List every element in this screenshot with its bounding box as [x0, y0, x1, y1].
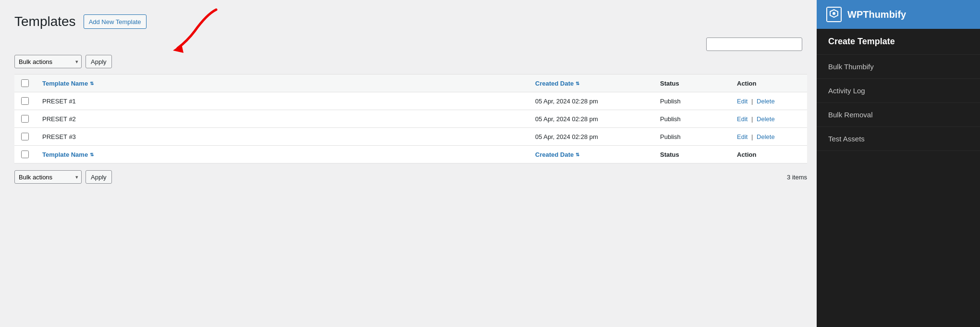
delete-link-0[interactable]: Delete	[757, 98, 775, 105]
select-all-footer-checkbox[interactable]	[21, 151, 29, 158]
apply-button-bottom[interactable]: Apply	[86, 170, 112, 184]
row-cb-cell	[14, 110, 36, 128]
row-action-cell: Edit | Delete	[730, 110, 807, 128]
row-action-cell: Edit | Delete	[730, 128, 807, 146]
row-status-cell: Publish	[653, 92, 730, 110]
th-status: Status	[653, 75, 730, 92]
row-status-cell: Publish	[653, 110, 730, 128]
table-footer-row: Template Name ⇅ Created Date ⇅ Status Ac…	[14, 146, 807, 164]
edit-link-2[interactable]: Edit	[737, 133, 747, 140]
bulk-actions-wrapper-bottom: Bulk actions	[14, 170, 82, 184]
apply-button-top[interactable]: Apply	[86, 55, 112, 68]
items-count: 3 items	[787, 174, 807, 181]
row-name-cell: PRESET #3	[36, 128, 528, 146]
row-checkbox-2[interactable]	[21, 133, 29, 140]
th-action: Action	[730, 75, 807, 92]
row-date-cell: 05 Apr, 2024 02:28 pm	[528, 128, 653, 146]
bulk-actions-select-top[interactable]: Bulk actions	[14, 55, 82, 68]
row-name: PRESET #1	[42, 98, 76, 105]
row-status-cell: Publish	[653, 128, 730, 146]
sort-arrows-date: ⇅	[576, 81, 579, 86]
top-toolbar: Bulk actions Apply	[14, 55, 807, 68]
tfoot-th-action: Action	[730, 146, 807, 164]
edit-link-1[interactable]: Edit	[737, 115, 747, 123]
delete-link-2[interactable]: Delete	[757, 133, 775, 140]
row-cb-cell	[14, 128, 36, 146]
row-checkbox-0[interactable]	[21, 97, 29, 105]
sidebar-item-test-assets[interactable]: Test Assets	[817, 127, 980, 151]
row-status: Publish	[660, 115, 681, 123]
row-date-cell: 05 Apr, 2024 02:28 pm	[528, 92, 653, 110]
row-date-cell: 05 Apr, 2024 02:28 pm	[528, 110, 653, 128]
table-row: PRESET #1 05 Apr, 2024 02:28 pm Publish …	[14, 92, 807, 110]
row-name: PRESET #3	[42, 133, 76, 140]
th-template-name-link[interactable]: Template Name ⇅	[42, 80, 94, 87]
table-row: PRESET #3 05 Apr, 2024 02:28 pm Publish …	[14, 128, 807, 146]
delete-link-1[interactable]: Delete	[757, 115, 775, 123]
row-name-cell: PRESET #2	[36, 110, 528, 128]
sidebar-item-create-template[interactable]: Create Template	[817, 29, 980, 55]
tfoot-th-status: Status	[653, 146, 730, 164]
th-checkbox	[14, 75, 36, 92]
action-sep-0: |	[751, 98, 753, 105]
sidebar-item-bulk-thumbify[interactable]: Bulk Thumbify	[817, 55, 980, 79]
row-name: PRESET #2	[42, 115, 76, 123]
row-date: 05 Apr, 2024 02:28 pm	[535, 115, 598, 123]
sidebar-item-bulk-removal[interactable]: Bulk Removal	[817, 103, 980, 127]
row-cb-cell	[14, 92, 36, 110]
tfoot-sort-arrows-name: ⇅	[90, 152, 94, 157]
tfoot-th-checkbox	[14, 146, 36, 164]
row-status: Publish	[660, 133, 681, 140]
search-input[interactable]	[706, 38, 802, 51]
svg-point-2	[833, 12, 835, 15]
sidebar-header: WPThumbify	[817, 0, 980, 29]
bulk-actions-select-bottom[interactable]: Bulk actions	[14, 170, 82, 184]
sidebar: WPThumbify Create TemplateBulk ThumbifyA…	[817, 0, 980, 327]
table-row: PRESET #2 05 Apr, 2024 02:28 pm Publish …	[14, 110, 807, 128]
sidebar-nav: Create TemplateBulk ThumbifyActivity Log…	[817, 29, 980, 327]
th-created-date-link[interactable]: Created Date ⇅	[535, 80, 579, 87]
bottom-toolbar: Bulk actions Apply 3 items	[14, 170, 807, 184]
row-checkbox-1[interactable]	[21, 115, 29, 123]
tfoot-th-template-name: Template Name ⇅	[36, 146, 528, 164]
row-date: 05 Apr, 2024 02:28 pm	[535, 133, 598, 140]
bulk-actions-wrapper-top: Bulk actions	[14, 55, 82, 68]
action-sep-2: |	[751, 133, 753, 140]
templates-table: Template Name ⇅ Created Date ⇅ Status Ac…	[14, 74, 807, 164]
tfoot-th-created-date-link[interactable]: Created Date ⇅	[535, 151, 579, 158]
row-name-cell: PRESET #1	[36, 92, 528, 110]
select-all-checkbox[interactable]	[21, 79, 29, 87]
search-area	[14, 38, 807, 51]
tfoot-th-template-name-link[interactable]: Template Name ⇅	[42, 151, 94, 158]
table-body: PRESET #1 05 Apr, 2024 02:28 pm Publish …	[14, 92, 807, 146]
sidebar-logo	[826, 7, 842, 22]
action-sep-1: |	[751, 115, 753, 123]
tfoot-sort-arrows-date: ⇅	[576, 152, 579, 157]
sort-arrows-name: ⇅	[90, 81, 94, 86]
row-action-cell: Edit | Delete	[730, 92, 807, 110]
add-new-template-button[interactable]: Add New Template	[84, 14, 147, 29]
edit-link-0[interactable]: Edit	[737, 98, 747, 105]
sidebar-item-activity-log[interactable]: Activity Log	[817, 79, 980, 103]
th-created-date: Created Date ⇅	[528, 75, 653, 92]
tfoot-th-created-date: Created Date ⇅	[528, 146, 653, 164]
row-status: Publish	[660, 98, 681, 105]
page-title: Templates	[14, 15, 76, 28]
th-template-name: Template Name ⇅	[36, 75, 528, 92]
row-date: 05 Apr, 2024 02:28 pm	[535, 98, 598, 105]
table-header-row: Template Name ⇅ Created Date ⇅ Status Ac…	[14, 75, 807, 92]
sidebar-brand: WPThumbify	[847, 9, 906, 20]
